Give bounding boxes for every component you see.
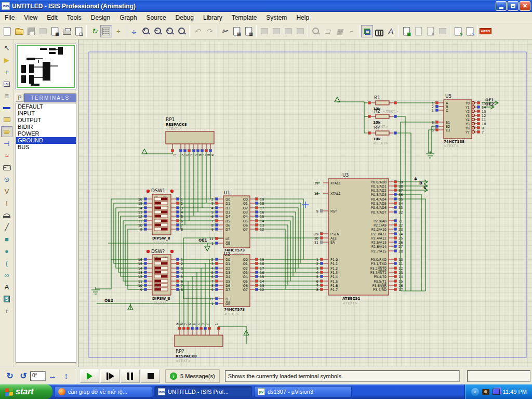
- voltage-probe-mode-button[interactable]: V: [1, 186, 12, 197]
- 2d-box-mode-button[interactable]: ■: [1, 234, 12, 245]
- zoom-out-button[interactable]: −: [152, 25, 164, 37]
- search-tag-button[interactable]: [373, 25, 385, 37]
- schematic-editor[interactable]: 123456789987654321ONOFF16151413121110912…: [78, 39, 532, 367]
- save-file-button[interactable]: [25, 25, 37, 37]
- 2d-marker-mode-button[interactable]: +: [1, 305, 12, 316]
- goto-sheet-button[interactable]: [436, 25, 448, 37]
- packaging-tool-button[interactable]: ▦: [334, 25, 345, 37]
- import-section-button[interactable]: [37, 25, 49, 37]
- display-tray-icon[interactable]: [493, 389, 500, 395]
- virtual-instruments-mode-button[interactable]: [1, 210, 12, 221]
- wire-autorouter-button[interactable]: [361, 25, 373, 37]
- redraw-button[interactable]: ↻: [88, 25, 100, 37]
- undo-button[interactable]: ↶: [191, 25, 203, 37]
- message-pane[interactable]: i 5 Message(s): [165, 369, 220, 383]
- menu-item-help[interactable]: Help: [291, 12, 314, 23]
- redo-button[interactable]: ↷: [203, 25, 215, 37]
- terminal-item-input[interactable]: INPUT: [16, 110, 76, 117]
- tape-recorder-mode-button[interactable]: [1, 162, 12, 173]
- terminal-item-power[interactable]: POWER: [16, 130, 76, 137]
- terminals-mode-button[interactable]: [1, 126, 12, 137]
- terminal-item-bus[interactable]: BUS: [16, 144, 76, 151]
- selection-mode-button[interactable]: ↖: [1, 43, 12, 54]
- origin-button[interactable]: +: [112, 25, 124, 37]
- play-button[interactable]: [80, 369, 99, 383]
- task-button-isis[interactable]: isisUNTITLED - ISIS Prof...: [154, 386, 252, 397]
- netlist-to-ares-button[interactable]: ARES: [480, 25, 491, 37]
- stop-button[interactable]: [141, 369, 160, 383]
- pause-button[interactable]: [121, 369, 140, 383]
- block-delete-button[interactable]: [294, 25, 306, 37]
- generator-mode-button[interactable]: ⊙: [1, 174, 12, 185]
- menu-item-graph[interactable]: Graph: [115, 12, 141, 23]
- step-button[interactable]: [100, 369, 119, 383]
- task-button-uvision[interactable]: µVds1307 - µVision3: [254, 386, 352, 397]
- device-pins-mode-button[interactable]: ⊣: [1, 138, 12, 149]
- close-button[interactable]: ✕: [520, 1, 530, 11]
- wire-label-mode-button[interactable]: LBL: [1, 78, 12, 89]
- terminal-item-ground[interactable]: GROUND: [16, 137, 76, 144]
- task-button-firefox[interactable]: cần giúp đỡ về mở rộ...: [55, 386, 152, 397]
- menu-item-template[interactable]: Template: [227, 12, 262, 23]
- tray-chevron-button[interactable]: ‹: [471, 388, 479, 396]
- rotate-anticlockwise-button[interactable]: ↺: [17, 370, 30, 382]
- camera-tray-icon[interactable]: [482, 389, 489, 395]
- current-probe-mode-button[interactable]: I: [1, 198, 12, 209]
- make-device-button[interactable]: ⊐: [322, 25, 334, 37]
- menu-item-edit[interactable]: Edit: [42, 12, 62, 23]
- print-area-button[interactable]: ▢: [73, 25, 85, 37]
- text-script-mode-button[interactable]: ≡: [1, 90, 12, 101]
- rotation-angle-field[interactable]: 0°: [30, 371, 46, 381]
- titlebar[interactable]: isis UNTITLED - ISIS Professional (Anima…: [0, 0, 532, 12]
- open-file-button[interactable]: [13, 25, 25, 37]
- print-button[interactable]: [61, 25, 73, 37]
- menu-item-tools[interactable]: Tools: [62, 12, 86, 23]
- bill-of-materials-button[interactable]: $: [452, 25, 464, 37]
- 2d-symbol-mode-button[interactable]: S: [1, 294, 12, 304]
- terminal-item-output[interactable]: OUTPUT: [16, 117, 76, 124]
- export-section-button[interactable]: ▦: [49, 25, 61, 37]
- rotate-clockwise-button[interactable]: ↻: [3, 370, 17, 382]
- minimize-button[interactable]: [496, 1, 507, 11]
- maximize-button[interactable]: [508, 1, 518, 11]
- junction-dot-mode-button[interactable]: +: [1, 66, 12, 77]
- menu-item-system[interactable]: System: [261, 12, 291, 23]
- new-sheet-button[interactable]: [413, 25, 424, 37]
- start-button[interactable]: start: [0, 384, 52, 399]
- subcircuit-mode-button[interactable]: [1, 114, 12, 125]
- block-move-button[interactable]: [270, 25, 282, 37]
- menu-item-library[interactable]: Library: [198, 12, 227, 23]
- block-rotate-button[interactable]: [282, 25, 294, 37]
- 2d-path-mode-button[interactable]: ∞: [1, 270, 12, 281]
- menu-item-source[interactable]: Source: [142, 12, 171, 23]
- menu-item-file[interactable]: File: [0, 12, 19, 23]
- block-copy-button[interactable]: [258, 25, 270, 37]
- 2d-arc-mode-button[interactable]: (: [1, 258, 12, 269]
- 2d-text-mode-button[interactable]: A: [1, 282, 12, 292]
- mirror-x-button[interactable]: ↔: [46, 370, 59, 382]
- menu-item-debug[interactable]: Debug: [171, 12, 198, 23]
- terminal-item-default[interactable]: DEFAULT: [16, 103, 76, 110]
- menu-item-view[interactable]: View: [19, 12, 42, 23]
- decompose-button[interactable]: ⌐: [345, 25, 357, 37]
- 2d-circle-mode-button[interactable]: ●: [1, 246, 12, 257]
- component-mode-button[interactable]: ▶: [1, 55, 12, 65]
- menu-item-design[interactable]: Design: [86, 12, 115, 23]
- zoom-in-button[interactable]: +: [140, 25, 152, 37]
- 2d-line-mode-button[interactable]: ╱: [1, 222, 12, 233]
- zoom-area-button[interactable]: ▫: [176, 25, 188, 37]
- paste-button[interactable]: ▥: [243, 25, 255, 37]
- bus-mode-button[interactable]: [1, 102, 12, 113]
- remove-sheet-button[interactable]: ✕: [424, 25, 436, 37]
- cut-button[interactable]: ✂: [219, 25, 231, 37]
- overview-pane[interactable]: [16, 44, 76, 89]
- pick-parts-button[interactable]: P: [16, 94, 24, 102]
- toggle-grid-button[interactable]: [100, 25, 112, 37]
- zoom-all-button[interactable]: ▪: [164, 25, 176, 37]
- graph-mode-button[interactable]: ≈: [1, 150, 12, 161]
- copy-button[interactable]: ▤: [231, 25, 243, 37]
- terminal-item-bidir[interactable]: BIDIR: [16, 124, 76, 130]
- pan-button[interactable]: ↔↕: [128, 25, 140, 37]
- design-explorer-button[interactable]: ▦: [401, 25, 413, 37]
- mirror-y-button[interactable]: ↕: [59, 370, 73, 382]
